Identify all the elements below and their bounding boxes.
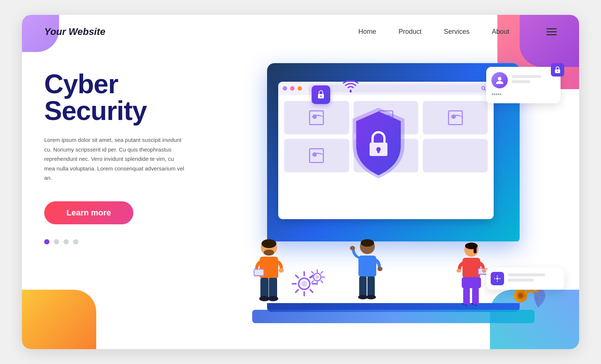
svg-rect-7 <box>377 149 380 153</box>
person-left <box>248 236 289 312</box>
svg-line-19 <box>310 290 313 292</box>
profile-top <box>491 72 555 88</box>
page-wrapper: Your Website Home Product Services About… <box>22 15 579 349</box>
carousel-dots <box>44 239 222 244</box>
header: Your Website Home Product Services About <box>22 15 579 48</box>
nav-item-home[interactable]: Home <box>358 28 376 36</box>
svg-line-31 <box>312 281 314 283</box>
svg-rect-63 <box>462 277 481 288</box>
dot-3[interactable] <box>64 239 69 244</box>
svg-rect-52 <box>358 256 376 277</box>
nav-item-product[interactable]: Product <box>399 28 422 36</box>
svg-line-18 <box>296 275 298 278</box>
lock-badge-small <box>312 85 330 104</box>
profile-avatar <box>491 72 508 88</box>
svg-point-13 <box>301 281 307 287</box>
svg-point-10 <box>498 77 501 81</box>
settings-line-1 <box>508 273 545 276</box>
wifi-icon <box>341 78 360 96</box>
svg-point-66 <box>457 269 461 273</box>
hero-title: Cyber Security <box>44 71 222 124</box>
browser-dot-purple <box>283 86 287 91</box>
svg-line-30 <box>321 272 323 273</box>
svg-point-53 <box>350 246 355 250</box>
svg-line-21 <box>296 290 298 292</box>
svg-rect-47 <box>269 278 277 298</box>
browser-toolbar <box>278 82 494 95</box>
settings-lines <box>508 273 545 284</box>
svg-point-67 <box>482 269 486 273</box>
hamburger-menu[interactable] <box>546 28 557 35</box>
password-field: ***** <box>491 92 501 98</box>
svg-rect-46 <box>260 278 269 298</box>
svg-point-11 <box>496 277 498 280</box>
svg-point-4 <box>320 95 322 97</box>
dot-4[interactable] <box>73 239 78 244</box>
dot-1[interactable] <box>44 239 49 244</box>
svg-point-54 <box>377 267 383 271</box>
main-nav: Home Product Services About <box>358 28 557 36</box>
main-content: Cyber Security Lorem ipsum dolor sit ame… <box>22 48 579 349</box>
svg-point-40 <box>264 250 274 256</box>
lock-icon-profile <box>551 63 564 77</box>
learn-more-button[interactable]: Learn more <box>44 201 133 224</box>
svg-point-1 <box>482 87 485 90</box>
person-center <box>349 236 386 312</box>
content-card-4 <box>284 139 349 172</box>
svg-point-0 <box>350 90 352 92</box>
image-icon-1 <box>309 110 324 125</box>
profile-card: ***** <box>486 67 561 103</box>
person-right <box>453 240 490 312</box>
profile-line-2 <box>511 80 530 83</box>
svg-point-39 <box>261 239 276 248</box>
svg-rect-62 <box>462 258 480 278</box>
content-card-1 <box>284 101 349 134</box>
settings-line-2 <box>508 279 534 282</box>
dot-2[interactable] <box>54 239 59 244</box>
profile-line-1 <box>511 75 541 78</box>
svg-line-28 <box>312 272 314 273</box>
svg-rect-68 <box>463 287 470 305</box>
device-platform <box>252 310 535 323</box>
svg-rect-69 <box>472 287 479 305</box>
profile-lines <box>511 75 541 85</box>
big-shield <box>341 104 416 187</box>
hero-title-line1: Cyber <box>44 69 118 99</box>
left-section: Cyber Security Lorem ipsum dolor sit ame… <box>44 56 222 244</box>
svg-point-58 <box>366 295 376 299</box>
nav-item-services[interactable]: Services <box>444 28 470 36</box>
gear-icon <box>491 272 504 285</box>
settings-row <box>491 272 560 285</box>
hero-illustration: ***** <box>237 56 557 334</box>
svg-point-9 <box>557 71 558 72</box>
svg-rect-61 <box>474 246 477 253</box>
gear-decoration-small <box>308 268 327 290</box>
hero-title-line2: Security <box>44 96 147 126</box>
svg-line-29 <box>321 281 323 283</box>
content-card-6 <box>423 139 488 172</box>
svg-point-49 <box>268 296 278 301</box>
svg-point-43 <box>279 268 284 273</box>
image-icon-4 <box>309 148 324 163</box>
hamburger-line-3 <box>546 34 557 35</box>
hero-description: Lorem ipsum dolor sit amet, sea putant s… <box>44 135 185 183</box>
hamburger-line-1 <box>546 28 557 29</box>
content-card-3 <box>423 101 488 134</box>
password-dots: ***** <box>491 92 555 98</box>
nav-item-about[interactable]: About <box>492 28 509 36</box>
hamburger-line-2 <box>546 31 557 32</box>
svg-rect-45 <box>254 270 263 275</box>
svg-rect-56 <box>367 276 375 297</box>
svg-rect-55 <box>359 276 367 297</box>
browser-dot-pink <box>290 86 295 91</box>
settings-card <box>486 267 564 290</box>
svg-line-2 <box>484 89 485 90</box>
browser-search-bar <box>308 84 489 92</box>
image-icon-3 <box>448 110 463 125</box>
svg-point-51 <box>361 239 374 247</box>
browser-dot-orange <box>298 86 302 91</box>
svg-point-23 <box>315 275 319 279</box>
brand-logo: Your Website <box>44 26 105 38</box>
